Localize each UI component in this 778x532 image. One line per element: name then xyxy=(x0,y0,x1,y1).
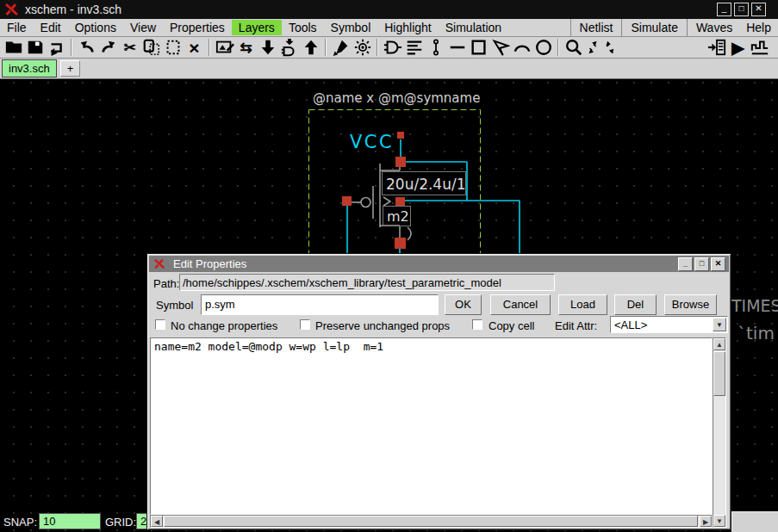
browse-button[interactable]: Browse xyxy=(664,294,717,315)
preserve-checkbox[interactable] xyxy=(300,319,310,330)
waves-icon[interactable] xyxy=(749,37,770,58)
paint-layer-icon[interactable] xyxy=(330,37,352,58)
menu-help[interactable]: Help xyxy=(739,20,778,35)
draw-polygon-icon[interactable] xyxy=(489,37,511,58)
toolbar-separator xyxy=(71,39,72,56)
dialog-close-icon[interactable]: ✕ xyxy=(711,257,725,271)
scroll-left-icon[interactable]: ◀ xyxy=(151,516,163,527)
menu-view[interactable]: View xyxy=(123,20,163,35)
go-back-up-icon[interactable] xyxy=(300,37,321,58)
menu-file[interactable]: File xyxy=(0,20,34,35)
scroll-up-icon[interactable]: ▲ xyxy=(713,338,725,350)
load-button[interactable]: Load xyxy=(558,294,607,315)
close-icon[interactable]: ✕ xyxy=(751,3,766,16)
tabbar: inv3.sch + xyxy=(0,59,778,79)
menu-properties[interactable]: Properties xyxy=(163,20,232,35)
menu-netlist[interactable]: Netlist xyxy=(573,20,620,35)
draw-circle-icon[interactable] xyxy=(532,37,554,58)
symbol-label: Symbol xyxy=(156,299,193,312)
clipped-text-bottom[interactable]: `tim xyxy=(738,323,775,343)
properties-textarea[interactable]: name=m2 model=@modp w=wp l=lp m=1 xyxy=(150,337,713,515)
status-right-panel xyxy=(731,511,778,532)
place-pin-icon[interactable] xyxy=(425,37,446,58)
menu-simulation[interactable]: Simulation xyxy=(439,20,508,35)
redo-icon[interactable] xyxy=(97,37,119,58)
dialog-titlebar[interactable]: Edit Properties _ □ ✕ xyxy=(149,256,729,272)
snap-field[interactable]: 10 xyxy=(39,513,101,529)
menu-waves[interactable]: Waves xyxy=(689,20,739,35)
menubar-right: Netlist Simulate Waves Help xyxy=(569,19,778,36)
copy-icon[interactable] xyxy=(140,37,162,58)
delete-icon[interactable]: × xyxy=(184,37,205,58)
cancel-button[interactable]: Cancel xyxy=(490,294,551,315)
dialog-controls: _ □ ✕ xyxy=(678,257,725,271)
size-label[interactable]: 20u/2.4u/1 xyxy=(386,176,466,193)
descend-schematic-icon[interactable] xyxy=(257,37,278,58)
preserve-label: Preserve unchanged props xyxy=(315,319,450,332)
dialog-minimize-icon[interactable]: _ xyxy=(678,257,693,271)
scroll-down-icon[interactable]: ▼ xyxy=(713,515,725,527)
horizontal-scroll-thumb[interactable] xyxy=(164,516,698,527)
instance-name-label[interactable]: m2 xyxy=(387,208,409,225)
new-tab-button[interactable]: + xyxy=(60,60,81,77)
reload-icon[interactable] xyxy=(46,37,67,58)
dialog-logo-icon xyxy=(153,258,166,269)
menu-simulate[interactable]: Simulate xyxy=(624,20,684,35)
swap-wires-icon[interactable]: ⇆ xyxy=(235,37,257,58)
menu-symbol[interactable]: Symbol xyxy=(324,20,378,35)
toolbar-separator xyxy=(209,39,210,56)
draw-rect-icon[interactable] xyxy=(468,37,489,58)
menu-options[interactable]: Options xyxy=(68,20,123,35)
copy-cell-label: Copy cell xyxy=(489,319,534,332)
copy-cell-checkbox[interactable] xyxy=(472,319,482,330)
undo-icon[interactable] xyxy=(76,37,97,58)
menu-edit[interactable]: Edit xyxy=(34,20,68,35)
zoom-box-icon[interactable] xyxy=(563,37,584,58)
netlist-icon[interactable] xyxy=(706,37,727,58)
vertical-scrollbar[interactable]: ▲ ▼ xyxy=(713,337,726,528)
vcc-net-label[interactable]: VCC xyxy=(350,132,394,152)
toolbar-separator xyxy=(557,39,559,56)
no-change-checkbox[interactable] xyxy=(155,319,165,330)
snap-label: SNAP: xyxy=(3,516,37,529)
zoom-full-icon[interactable] xyxy=(584,37,619,58)
tab-inv3[interactable]: inv3.sch xyxy=(2,59,57,77)
menu-highlight[interactable]: Highlight xyxy=(377,20,438,35)
place-symbol-icon[interactable] xyxy=(382,37,403,58)
descend-symbol-icon[interactable] xyxy=(278,37,300,58)
draw-line-icon[interactable] xyxy=(446,37,468,58)
horizontal-scrollbar[interactable]: ◀ ▶ xyxy=(150,515,713,528)
clipped-text-top[interactable]: TIMES xyxy=(731,296,778,315)
chevron-down-icon[interactable]: ▼ xyxy=(713,318,726,331)
edit-symbol-icon[interactable] xyxy=(214,37,235,58)
toolbar: ✂ × ⇆ xyxy=(0,37,778,59)
vertical-scroll-thumb[interactable] xyxy=(713,351,725,396)
del-button[interactable]: Del xyxy=(614,294,657,315)
xschem-window: xschem - inv3.sch _ □ ✕ File Edit Option… xyxy=(0,0,778,532)
path-label: Path: xyxy=(153,277,179,290)
ok-button[interactable]: OK xyxy=(445,294,482,315)
edit-attr-combobox[interactable]: <ALL> ▼ xyxy=(610,316,728,333)
open-file-icon[interactable] xyxy=(3,37,24,58)
toggle-dim-icon[interactable] xyxy=(352,37,373,58)
instance-format-text[interactable]: @name x @m@symname xyxy=(313,90,480,106)
dialog-maximize-icon[interactable]: □ xyxy=(694,257,709,271)
simulate-icon[interactable]: ▶ xyxy=(727,37,749,58)
maximize-icon[interactable]: □ xyxy=(734,3,749,16)
window-title: xschem - inv3.sch xyxy=(25,3,121,16)
paste-icon[interactable] xyxy=(162,37,184,58)
save-icon[interactable] xyxy=(24,37,46,58)
draw-arc-icon[interactable] xyxy=(511,37,532,58)
menu-separator xyxy=(687,19,688,36)
show-netlist-icon[interactable] xyxy=(403,37,425,58)
edit-attr-value: <ALL> xyxy=(614,319,647,331)
minimize-icon[interactable]: _ xyxy=(717,3,731,16)
cut-icon[interactable]: ✂ xyxy=(119,37,140,58)
menu-layers[interactable]: Layers xyxy=(232,20,282,35)
symbol-input[interactable]: p.sym xyxy=(201,294,439,315)
window-controls: _ □ ✕ xyxy=(717,3,766,16)
edit-properties-dialog: Edit Properties _ □ ✕ Path: /home/schipp… xyxy=(146,253,731,530)
scroll-right-icon[interactable]: ▶ xyxy=(700,516,712,527)
edit-attr-label: Edit Attr: xyxy=(555,319,597,332)
menu-tools[interactable]: Tools xyxy=(282,20,324,35)
